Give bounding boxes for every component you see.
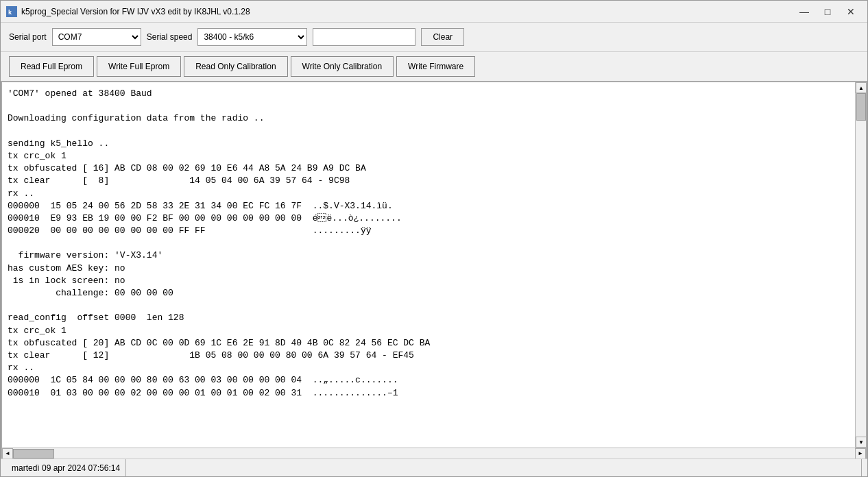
- scroll-left-button[interactable]: ◄: [2, 448, 13, 459]
- hscrollbar-thumb[interactable]: [13, 449, 54, 458]
- write-full-eprom-button[interactable]: Write Full Eprom: [97, 56, 181, 77]
- serial-speed-label: Serial speed: [147, 32, 193, 42]
- scrollbar-track[interactable]: [856, 93, 866, 437]
- scroll-right-button[interactable]: ►: [855, 448, 866, 459]
- write-firmware-button[interactable]: Write Firmware: [396, 56, 475, 77]
- scroll-down-button[interactable]: ▼: [856, 437, 866, 448]
- scrollbar-thumb[interactable]: [856, 93, 866, 121]
- maximize-button[interactable]: □: [817, 3, 839, 20]
- read-only-calibration-button[interactable]: Read Only Calibration: [184, 56, 287, 77]
- horizontal-scrollbar: ◄ ►: [2, 448, 866, 458]
- write-only-calibration-button[interactable]: Write Only Calibration: [291, 56, 394, 77]
- app-icon: k: [6, 6, 17, 17]
- read-full-eprom-button[interactable]: Read Full Eprom: [9, 56, 94, 77]
- main-window: k k5prog_Special Version for FW IJV vX3 …: [0, 0, 868, 477]
- console-bottom-area: 'COM7' opened at 38400 Baud Downloading …: [1, 82, 867, 458]
- com-port-select[interactable]: COM7 COM1 COM2 COM3 COM4: [52, 28, 141, 46]
- title-bar: k k5prog_Special Version for FW IJV vX3 …: [1, 1, 867, 23]
- close-button[interactable]: ✕: [840, 3, 862, 20]
- window-title: k5prog_Special Version for FW IJV vX3 ed…: [21, 7, 793, 16]
- status-empty: [126, 459, 862, 476]
- status-bar: martedì 09 apr 2024 07:56:14: [1, 458, 867, 476]
- serial-speed-select[interactable]: 38400 - k5/k6 9600 19200 115200: [197, 28, 307, 46]
- clear-button[interactable]: Clear: [421, 28, 464, 46]
- minimize-button[interactable]: —: [793, 3, 815, 20]
- hscrollbar-track[interactable]: [13, 448, 855, 458]
- console-output: 'COM7' opened at 38400 Baud Downloading …: [2, 82, 855, 405]
- status-datetime: martedì 09 apr 2024 07:56:14: [6, 459, 126, 476]
- toolbar: Serial port COM7 COM1 COM2 COM3 COM4 Ser…: [1, 23, 867, 52]
- window-controls: — □ ✕: [793, 3, 862, 20]
- serial-port-label: Serial port: [9, 32, 47, 42]
- console-scroll-container[interactable]: 'COM7' opened at 38400 Baud Downloading …: [2, 82, 855, 448]
- progress-bar: [313, 28, 415, 46]
- main-content: 'COM7' opened at 38400 Baud Downloading …: [1, 82, 867, 458]
- vertical-scrollbar: ▲ ▼: [855, 82, 866, 448]
- scroll-up-button[interactable]: ▲: [856, 82, 866, 93]
- action-buttons-bar: Read Full Eprom Write Full Eprom Read On…: [1, 52, 867, 82]
